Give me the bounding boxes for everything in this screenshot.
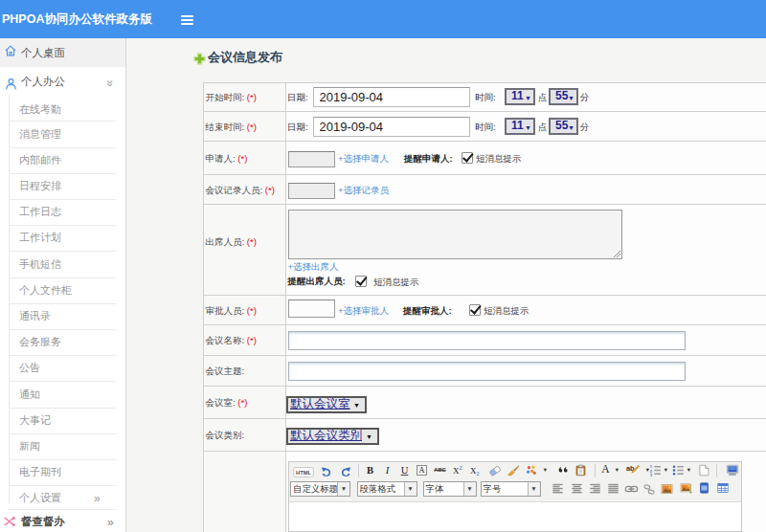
svg-text:3: 3 (650, 473, 653, 477)
